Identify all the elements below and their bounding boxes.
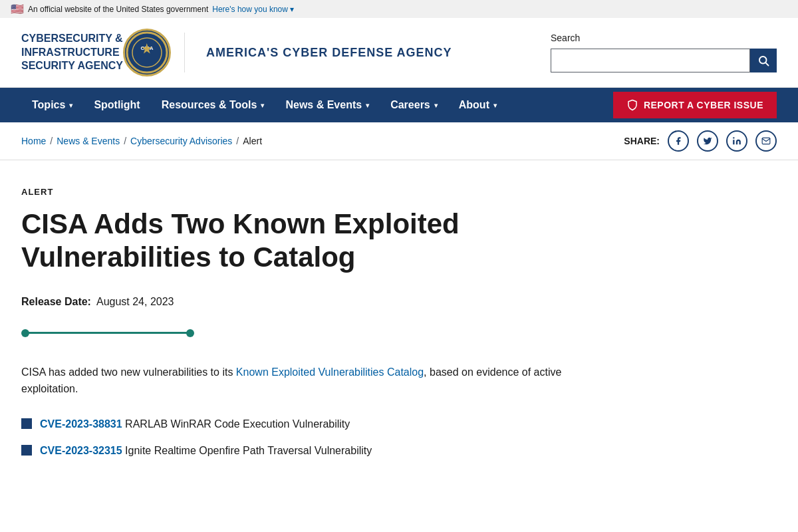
tagline: AMERICA'S CYBER DEFENSE AGENCY: [206, 46, 452, 60]
nav-topics[interactable]: Topics ▾: [21, 88, 83, 122]
breadcrumb-advisories[interactable]: Cybersecurity Advisories: [130, 136, 232, 146]
share-linkedin-icon[interactable]: [726, 130, 747, 152]
us-flag-icon: 🇺🇸: [11, 3, 24, 15]
cisa-seal: CISA: [123, 29, 171, 76]
vuln-2-text: CVE-2023-32315 Ignite Realtime Openfire …: [40, 443, 372, 459]
report-icon: [626, 99, 638, 111]
vuln-1-text: CVE-2023-38831 RARLAB WinRAR Code Execut…: [40, 416, 350, 432]
agency-line3: SECURITY AGENCY: [21, 59, 123, 73]
topics-arrow-icon: ▾: [69, 102, 72, 109]
body-text: CISA has added two new vulnerabilities t…: [21, 364, 577, 398]
report-cyber-issue-button[interactable]: REPORT A CYBER ISSUE: [613, 92, 777, 118]
nav-resources[interactable]: Resources & Tools ▾: [151, 88, 275, 122]
line-main: [28, 332, 188, 334]
list-item: CVE-2023-32315 Ignite Realtime Openfire …: [21, 443, 577, 459]
how-you-know-link[interactable]: Here's how you know ▾: [212, 5, 294, 14]
list-bullet-icon: [21, 418, 32, 429]
share-facebook-icon[interactable]: [668, 130, 689, 152]
svg-point-6: [733, 137, 734, 138]
breadcrumb-current: Alert: [243, 136, 262, 146]
main-nav: Topics ▾ Spotlight Resources & Tools ▾ N…: [0, 88, 798, 122]
kev-catalog-link[interactable]: Known Exploited Vulnerabilities Catalog: [236, 366, 424, 378]
breadcrumb-news-events[interactable]: News & Events: [57, 136, 120, 146]
breadcrumb-sep-3: /: [236, 136, 239, 146]
breadcrumb-home[interactable]: Home: [21, 136, 46, 146]
list-bullet-icon: [21, 445, 32, 456]
breadcrumb-sep-1: /: [50, 136, 53, 146]
page-title: CISA Adds Two Known Exploited Vulnerabil…: [21, 207, 577, 275]
search-input[interactable]: [551, 49, 750, 72]
gov-banner: 🇺🇸 An official website of the United Sta…: [0, 0, 798, 18]
svg-line-5: [765, 63, 768, 65]
site-header: CYBERSECURITY & INFRASTRUCTURE SECURITY …: [0, 18, 798, 88]
nav-news-events[interactable]: News & Events ▾: [275, 88, 380, 122]
agency-line2: INFRASTRUCTURE: [21, 46, 123, 60]
main-content: ALERT CISA Adds Two Known Exploited Vuln…: [0, 160, 798, 509]
about-arrow-icon: ▾: [493, 102, 497, 109]
article-tag: ALERT: [21, 187, 577, 197]
share-email-icon[interactable]: [755, 130, 777, 152]
svg-point-0: [127, 33, 167, 72]
nav-about[interactable]: About ▾: [448, 88, 507, 122]
careers-arrow-icon: ▾: [434, 102, 438, 109]
breadcrumb-sep-2: /: [124, 136, 126, 146]
header-branding: CYBERSECURITY & INFRASTRUCTURE SECURITY …: [21, 29, 452, 76]
release-date-value: August 24, 2023: [96, 296, 174, 308]
vulnerability-list: CVE-2023-38831 RARLAB WinRAR Code Execut…: [21, 416, 577, 459]
agency-line1: CYBERSECURITY &: [21, 32, 123, 46]
agency-name: CYBERSECURITY & INFRASTRUCTURE SECURITY …: [21, 32, 123, 73]
nav-careers[interactable]: Careers ▾: [380, 88, 448, 122]
body-text-before: CISA has added two new vulnerabilities t…: [21, 366, 233, 378]
release-date-row: Release Date: August 24, 2023: [21, 296, 577, 308]
news-arrow-icon: ▾: [366, 102, 369, 109]
release-date-label: Release Date:: [21, 296, 91, 308]
header-search-area: Search: [551, 33, 777, 72]
header-branding-area: CYBERSECURITY & INFRASTRUCTURE SECURITY …: [21, 29, 452, 76]
breadcrumb: Home / News & Events / Cybersecurity Adv…: [21, 136, 262, 146]
share-twitter-icon[interactable]: [697, 130, 718, 152]
search-form: [551, 49, 777, 72]
search-button[interactable]: [750, 49, 777, 72]
nav-spotlight[interactable]: Spotlight: [83, 88, 150, 122]
share-section: SHARE:: [624, 130, 777, 152]
decorative-line: [21, 329, 577, 337]
cve-2023-38831-link[interactable]: CVE-2023-38831: [40, 418, 122, 430]
resources-arrow-icon: ▾: [261, 102, 264, 109]
cve-2023-32315-link[interactable]: CVE-2023-32315: [40, 445, 122, 456]
gov-banner-text: An official website of the United States…: [28, 5, 208, 14]
header-divider: [184, 33, 185, 72]
breadcrumb-bar: Home / News & Events / Cybersecurity Adv…: [0, 122, 798, 160]
search-label: Search: [551, 33, 580, 43]
list-item: CVE-2023-38831 RARLAB WinRAR Code Execut…: [21, 416, 577, 432]
article-content: ALERT CISA Adds Two Known Exploited Vuln…: [0, 160, 598, 509]
share-label: SHARE:: [624, 136, 660, 146]
